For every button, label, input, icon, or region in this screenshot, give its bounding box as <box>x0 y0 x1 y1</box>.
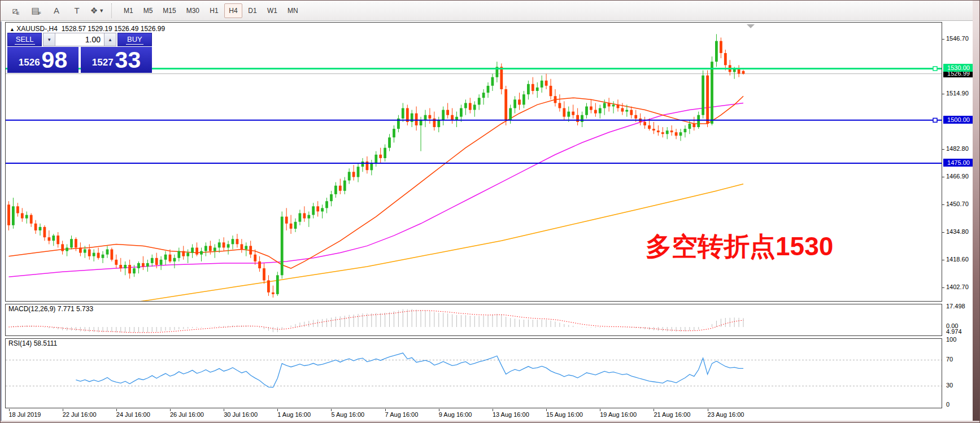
scroll-end-marker-icon <box>747 24 755 28</box>
chart-window: ▲ XAUUSD-,H4 1528.57 1529.19 1526.49 152… <box>1 21 974 423</box>
symbol-header: ▲ XAUUSD-,H4 1528.57 1529.19 1526.49 152… <box>10 25 165 33</box>
timeframe-h1[interactable]: H1 <box>205 3 223 18</box>
drawing-tools: ⧄E▤FAT❖▼ <box>6 3 108 19</box>
axis-tick <box>942 149 944 150</box>
axis-tick <box>942 39 944 40</box>
support-line-1500[interactable] <box>6 118 942 122</box>
price-tick-label: 1482.80 <box>946 145 969 152</box>
sell-price-pips: 98 <box>42 50 68 71</box>
timeframe-mn[interactable]: MN <box>283 3 303 18</box>
timeframe-m15[interactable]: M15 <box>158 3 180 18</box>
buy-button[interactable]: BUY <box>117 33 152 46</box>
macd-axis-label: 17.498 <box>946 303 965 309</box>
date-label: 1 Aug 16:00 <box>277 411 311 418</box>
spin-down-icon: ▼ <box>47 37 51 42</box>
price-tick-label: 1418.60 <box>946 256 969 263</box>
date-label: 15 Aug 16:00 <box>546 411 583 418</box>
date-label: 13 Aug 16:00 <box>493 411 529 418</box>
price-tick-label: 1466.90 <box>946 173 969 180</box>
price-tick-label: 1450.70 <box>946 200 969 207</box>
ma-mid-magenta <box>9 103 744 277</box>
rsi-pane[interactable] <box>5 338 942 408</box>
label-icon[interactable]: T <box>67 3 86 19</box>
macd-pane[interactable] <box>5 304 942 336</box>
date-label: 26 Jul 16:00 <box>170 411 204 418</box>
price-tick-label: 1514.90 <box>946 90 969 97</box>
date-label: 5 Aug 16:00 <box>331 411 364 418</box>
support-line-1500-price-label: 1500.00 <box>943 116 974 124</box>
support-line-1475-price-label: 1475.00 <box>943 159 974 167</box>
rsi-axis-label: 30 <box>946 382 953 389</box>
price-tick-label: 1434.80 <box>946 228 969 235</box>
buy-button-label: BUY <box>126 35 143 45</box>
axis-tick <box>942 260 944 260</box>
dropdown-caret-icon[interactable]: ▼ <box>99 8 104 14</box>
date-label: 18 Jul 2019 <box>9 411 41 418</box>
macd-chart[interactable] <box>6 304 942 335</box>
one-click-trade-panel: SELL ▼ ▲ BUY 1526 98 1527 33 <box>7 33 152 73</box>
date-label: 7 Aug 16:00 <box>385 411 419 418</box>
draw-channel-icon[interactable]: ⧄E <box>6 3 25 19</box>
date-label: 24 Jul 16:00 <box>116 411 150 418</box>
axis-tick <box>942 177 944 177</box>
date-axis[interactable]: 18 Jul 201922 Jul 16:0024 Jul 16:0026 Ju… <box>5 409 942 422</box>
fibonacci-icon[interactable]: ▤F <box>27 3 46 19</box>
macd-current-values: 7.771 5.733 <box>58 305 93 313</box>
symbol-name: XAUUSD-,H4 <box>16 25 58 33</box>
macd-axis-label: 4.974 <box>946 328 962 335</box>
lot-decrease-button[interactable]: ▼ <box>43 33 55 46</box>
date-label: 23 Aug 16:00 <box>708 411 744 418</box>
timeframe-w1[interactable]: W1 <box>263 3 282 18</box>
rsi-name: RSI(14) <box>8 339 32 347</box>
date-label: 19 Aug 16:00 <box>600 411 637 418</box>
timeframe-buttons: M1M5M15M30H1H4D1W1MN <box>119 3 304 18</box>
toolbar: ⧄E▤FAT❖▼ M1M5M15M30H1H4D1W1MN <box>1 1 980 21</box>
price-tick-label: 1546.70 <box>946 35 969 42</box>
timeframe-h4[interactable]: H4 <box>224 3 242 18</box>
rsi-axis-label: 0 <box>946 401 949 408</box>
ohlc-values: 1528.57 1529.19 1526.49 1526.99 <box>62 25 165 33</box>
timeframe-d1[interactable]: D1 <box>243 3 262 18</box>
spin-up-icon: ▲ <box>108 37 112 42</box>
pivot-line-1530-price-label: 1530.00 <box>943 64 974 72</box>
chart-text-annotation: 多空转折点1530 <box>646 229 833 264</box>
axis-tick <box>942 232 944 233</box>
buy-quote-button[interactable]: 1527 33 <box>81 47 152 73</box>
sell-price-major: 1526 <box>19 57 40 68</box>
date-label: 22 Jul 16:00 <box>63 411 97 418</box>
collapse-arrow-icon[interactable]: ▲ <box>10 27 15 32</box>
timeframe-m30[interactable]: M30 <box>182 3 204 18</box>
price-axis[interactable]: 1546.701514.901482.801466.901450.701434.… <box>942 22 975 422</box>
rsi-axis-label: 70 <box>946 356 953 363</box>
rsi-axis-label: 100 <box>946 336 956 343</box>
rsi-current-value: 58.5111 <box>34 339 58 347</box>
line-drag-handle[interactable] <box>933 67 937 71</box>
sell-quote-button[interactable]: 1526 98 <box>7 47 79 73</box>
date-label: 30 Jul 16:00 <box>224 411 258 418</box>
text-icon[interactable]: A <box>47 3 66 19</box>
axis-tick <box>942 94 944 94</box>
sell-button[interactable]: SELL <box>7 33 42 46</box>
rsi-chart[interactable] <box>6 339 942 408</box>
lot-size-input[interactable] <box>55 33 104 46</box>
lot-increase-button[interactable]: ▲ <box>104 33 116 46</box>
window-right-border <box>973 1 979 423</box>
buy-price-pips: 33 <box>115 50 141 71</box>
date-label: 21 Aug 16:00 <box>654 411 690 418</box>
rsi-line <box>76 353 743 387</box>
date-label: 9 Aug 16:00 <box>439 411 472 418</box>
axis-tick <box>942 204 944 205</box>
timeframe-m5[interactable]: M5 <box>139 3 158 18</box>
buy-price-major: 1527 <box>92 57 114 68</box>
toolbar-separator <box>111 3 115 18</box>
line-drag-handle[interactable] <box>933 118 937 122</box>
rsi-indicator-label: RSI(14) 58.5111 <box>8 339 57 347</box>
sell-button-label: SELL <box>15 35 35 45</box>
macd-indicator-label: MACD(12,26,9) 7.771 5.733 <box>8 305 93 313</box>
arrows-icon[interactable]: ❖▼ <box>88 3 107 19</box>
macd-name: MACD(12,26,9) <box>8 305 55 313</box>
timeframe-m1[interactable]: M1 <box>119 3 138 18</box>
price-tick-label: 1402.70 <box>946 284 969 290</box>
mt4-application: ⧄E▤FAT❖▼ M1M5M15M30H1H4D1W1MN ▲ XAUUSD-,… <box>0 0 980 423</box>
window-bottom-border <box>1 421 980 422</box>
